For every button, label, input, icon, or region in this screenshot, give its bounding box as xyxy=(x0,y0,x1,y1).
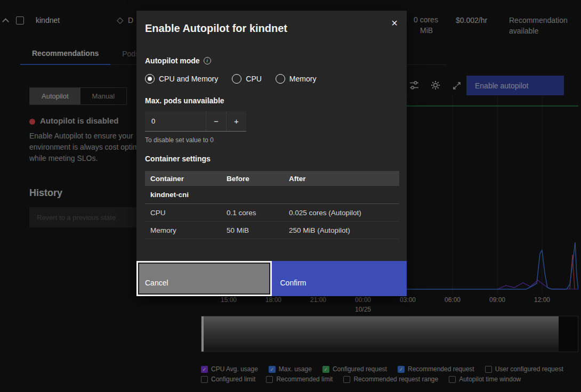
container-group-name: kindnet-cni xyxy=(145,191,221,199)
after-value: 250 MiB (Autopilot) xyxy=(284,226,399,234)
table-header-row: Container Before After xyxy=(145,171,399,186)
max-pods-section: Max. pods unavailable − + To disable set… xyxy=(145,96,246,144)
radio-icon xyxy=(232,74,241,84)
modal-title: Enable Autopilot for kindnet xyxy=(145,22,287,35)
col-after: After xyxy=(284,175,399,183)
after-value: 0.025 cores (Autopilot) xyxy=(284,209,399,217)
screen: kindnet ◇ D 0 cores MiB $0.002/hr Recomm… xyxy=(0,0,581,392)
cancel-button[interactable]: Cancel xyxy=(136,261,272,296)
max-pods-input: − + xyxy=(145,111,246,132)
container-settings-title: Container settings xyxy=(145,154,399,163)
max-pods-label: Max. pods unavailable xyxy=(145,96,246,105)
increment-button[interactable]: + xyxy=(226,111,246,131)
max-pods-helper-text: To disable set value to 0 xyxy=(145,136,246,144)
radio-label: CPU and Memory xyxy=(159,75,218,83)
close-icon[interactable]: × xyxy=(385,14,404,32)
radio-cpu[interactable]: CPU xyxy=(232,74,262,84)
autopilot-mode-section: Autopilot mode i CPU and Memory CPU Memo… xyxy=(145,56,316,84)
radio-memory[interactable]: Memory xyxy=(276,74,317,84)
table-group-row: kindnet-cni xyxy=(145,186,399,204)
autopilot-mode-label: Autopilot mode xyxy=(145,56,200,65)
col-before: Before xyxy=(221,175,284,183)
modal-footer: Cancel Confirm xyxy=(136,261,407,296)
confirm-button[interactable]: Confirm xyxy=(272,261,407,296)
radio-label: CPU xyxy=(246,75,262,83)
before-value: 0.1 cores xyxy=(221,209,284,217)
max-pods-value-field[interactable] xyxy=(145,111,206,131)
col-container: Container xyxy=(145,175,221,183)
info-icon[interactable]: i xyxy=(204,57,211,64)
decrement-button[interactable]: − xyxy=(206,111,226,131)
enable-autopilot-modal: Enable Autopilot for kindnet × Autopilot… xyxy=(136,11,407,296)
resource-name: Memory xyxy=(145,226,221,234)
container-settings-section: Container settings Container Before Afte… xyxy=(145,154,399,239)
table-row: CPU 0.1 cores 0.025 cores (Autopilot) xyxy=(145,204,399,222)
radio-selected-icon xyxy=(145,74,155,84)
table-row: Memory 50 MiB 250 MiB (Autopilot) xyxy=(145,222,399,239)
before-value: 50 MiB xyxy=(221,226,284,234)
radio-label: Memory xyxy=(289,75,317,83)
settings-table: Container Before After kindnet-cni CPU 0… xyxy=(145,171,399,239)
radio-cpu-and-memory[interactable]: CPU and Memory xyxy=(145,74,218,84)
resource-name: CPU xyxy=(145,209,221,217)
radio-icon xyxy=(276,74,285,84)
